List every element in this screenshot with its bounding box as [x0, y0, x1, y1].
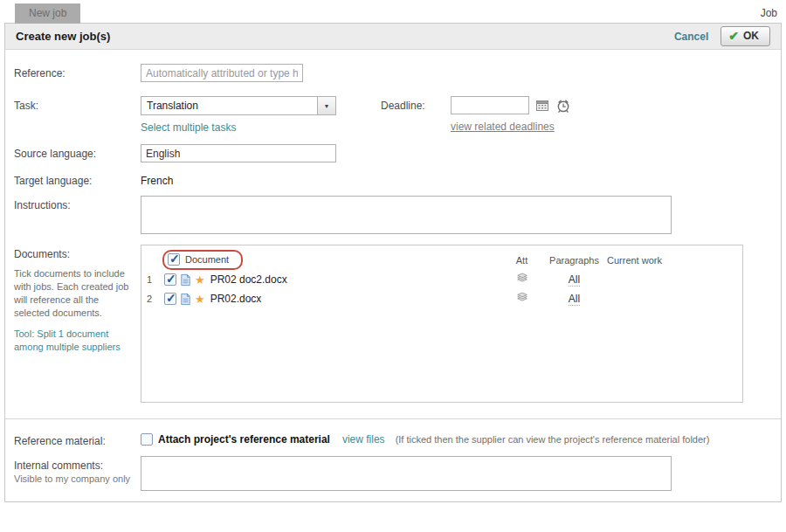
- reference-row: Reference:: [14, 64, 772, 82]
- documents-label: Documents:: [14, 248, 141, 260]
- check-icon: ✔: [728, 30, 739, 42]
- document-name[interactable]: PR02 doc2.docx: [210, 273, 287, 286]
- documents-table-header: Document Att Paragraphs Current work: [141, 245, 742, 270]
- ok-button[interactable]: ✔ OK: [720, 26, 770, 46]
- form-header: Create new job(s) Cancel ✔ OK: [5, 24, 781, 50]
- reference-material-label: Reference material:: [14, 432, 141, 447]
- documents-left-col: Documents: Tick documents to include wit…: [14, 245, 141, 354]
- source-language-row: Source language:: [14, 144, 772, 162]
- task-selected-value: Translation: [141, 97, 317, 114]
- section-divider: [5, 418, 781, 419]
- attach-reference-material-checkbox[interactable]: [141, 433, 153, 446]
- view-files-link[interactable]: view files: [342, 433, 385, 446]
- document-checkbox[interactable]: [164, 273, 176, 286]
- document-name[interactable]: PR02.docx: [210, 293, 262, 305]
- calendar-icon[interactable]: [535, 99, 549, 113]
- row-number: 2: [147, 294, 164, 304]
- paragraphs-value[interactable]: All: [569, 293, 580, 306]
- attachments-icon[interactable]: [515, 292, 529, 303]
- reference-material-row: Reference material: Attach project's ref…: [14, 432, 772, 447]
- create-job-page: New job Job Create new job(s) Cancel ✔ O…: [0, 0, 786, 532]
- task-deadline-row: Task: Translation ▼ Select multiple task…: [14, 96, 772, 134]
- target-language-label: Target language:: [14, 171, 141, 187]
- header-actions: Cancel ✔ OK: [674, 26, 770, 46]
- target-language-value: French: [141, 171, 173, 187]
- source-language-input[interactable]: [141, 144, 336, 162]
- deadline-group: view related deadlines: [451, 96, 571, 133]
- instructions-row: Instructions:: [14, 196, 772, 234]
- select-all-label: Document: [185, 254, 229, 265]
- column-header-paragraphs: Paragraphs: [541, 255, 607, 266]
- task-select[interactable]: Translation ▼: [141, 96, 336, 115]
- deadline-input[interactable]: [451, 96, 529, 114]
- task-group: Translation ▼ Select multiple tasks: [141, 96, 381, 134]
- star-icon: ★: [195, 274, 205, 286]
- table-row: 2 ★ PR02.docx: [141, 289, 742, 308]
- view-related-deadlines-link[interactable]: view related deadlines: [451, 121, 555, 133]
- create-job-form: Create new job(s) Cancel ✔ OK Reference:…: [4, 23, 782, 502]
- attach-reference-material-label: Attach project's reference material: [158, 433, 330, 446]
- deadline-label: Deadline:: [381, 96, 451, 112]
- internal-comments-sublabel: Visible to my company only: [14, 473, 141, 484]
- internal-comments-textarea[interactable]: [141, 456, 672, 491]
- cancel-button[interactable]: Cancel: [674, 31, 708, 43]
- internal-comments-label: Internal comments:: [14, 459, 141, 472]
- select-all-checkbox[interactable]: [168, 253, 180, 266]
- select-all-cell: Document: [164, 252, 502, 267]
- reference-input[interactable]: [141, 64, 303, 82]
- ok-button-label: OK: [743, 30, 759, 42]
- task-label: Task:: [14, 96, 141, 112]
- documents-table: Document Att Paragraphs Current work 1: [141, 245, 743, 403]
- row-number: 1: [147, 274, 164, 285]
- tab-bar: New job Job: [0, 0, 786, 23]
- paragraphs-value[interactable]: All: [569, 273, 580, 287]
- corner-job-label: Job: [761, 7, 777, 19]
- document-icon: [179, 273, 192, 287]
- instructions-label: Instructions:: [14, 196, 141, 211]
- column-header-current-work: Current work: [607, 255, 690, 266]
- form-body: Reference: Task: Translation ▼ Select mu…: [5, 50, 781, 491]
- split-document-tool-link[interactable]: Tool: Split 1 document among multiple su…: [14, 328, 134, 354]
- alarm-clock-icon[interactable]: [555, 98, 571, 114]
- internal-comments-row: Internal comments: Visible to my company…: [14, 456, 772, 491]
- chevron-down-icon[interactable]: ▼: [317, 97, 335, 114]
- select-multiple-tasks-link[interactable]: Select multiple tasks: [141, 121, 236, 134]
- tab-new-job[interactable]: New job: [15, 3, 80, 24]
- internal-comments-left-col: Internal comments: Visible to my company…: [14, 456, 141, 484]
- red-annotation-circle: Document: [162, 250, 243, 270]
- source-language-label: Source language:: [14, 144, 141, 160]
- attachments-icon[interactable]: [515, 273, 529, 284]
- target-language-row: Target language: French: [14, 171, 772, 187]
- star-icon: ★: [195, 294, 205, 305]
- page-title: Create new job(s): [16, 30, 110, 43]
- documents-row: Documents: Tick documents to include wit…: [14, 245, 772, 403]
- column-header-att: Att: [502, 255, 541, 266]
- instructions-textarea[interactable]: [141, 196, 672, 234]
- table-row: 1 ★ PR02 doc2.docx: [141, 270, 742, 289]
- reference-material-note: (If ticked then the supplier can view th…: [396, 434, 710, 445]
- documents-help-text: Tick documents to include with jobs. Eac…: [14, 267, 134, 319]
- reference-label: Reference:: [14, 64, 141, 79]
- document-icon: [179, 293, 192, 306]
- document-checkbox[interactable]: [164, 293, 176, 305]
